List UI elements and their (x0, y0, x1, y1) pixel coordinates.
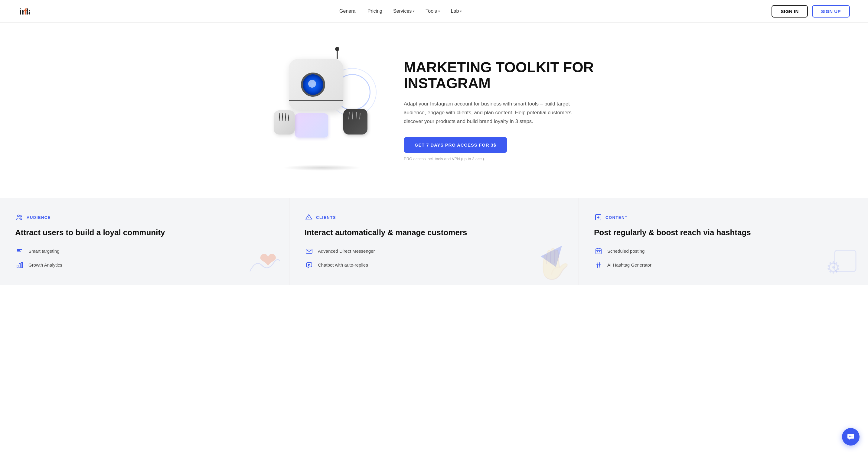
services-chevron-icon: ▾ (413, 9, 415, 13)
svg-rect-17 (17, 265, 18, 268)
hand-right-fingers-icon (343, 109, 368, 134)
navbar: in f lact General Pricing Services ▾ Too… (0, 0, 868, 23)
content-tag-icon (594, 213, 602, 222)
content-icon (595, 214, 602, 221)
svg-point-11 (18, 215, 19, 217)
signin-button[interactable]: SIGN IN (772, 5, 807, 18)
logo[interactable]: in f lact (18, 5, 30, 17)
cta-note: PRO access incl. tools and VPN (up to 3 … (404, 157, 610, 161)
calendar-icon (594, 247, 603, 256)
clients-hand-deco: ✋ (535, 246, 572, 282)
robot-body (289, 59, 343, 110)
feature-item-analytics: Growth Analytics (15, 261, 274, 270)
robot-antenna (337, 50, 338, 59)
robot-illustration (265, 50, 379, 171)
svg-point-35 (599, 252, 600, 252)
feature-item-messenger: Advanced Direct Messenger (305, 247, 563, 256)
analytics-icon (15, 261, 24, 270)
svg-line-8 (352, 111, 353, 120)
svg-point-34 (597, 252, 598, 252)
robot-eye (301, 72, 325, 97)
clients-icon (305, 214, 312, 221)
robot-card (295, 114, 328, 137)
nav-lab[interactable]: Lab ▾ (451, 8, 462, 14)
nav-actions: SIGN IN SIGN UP (772, 5, 850, 18)
hero-image (258, 50, 385, 171)
svg-rect-19 (21, 262, 22, 268)
messenger-icon (305, 247, 314, 256)
lab-chevron-icon: ▾ (460, 9, 462, 13)
hero-description: Adapt your Instagram account for busines… (404, 100, 579, 126)
nav-links: General Pricing Services ▾ Tools ▾ Lab ▾ (339, 8, 462, 14)
logo-icon: in f lact (18, 5, 30, 17)
feature-item-targeting: Smart targeting (15, 247, 274, 256)
clients-items: Advanced Direct Messenger Chatbot with a… (305, 247, 563, 270)
audience-title: Attract users to build a loyal community (15, 228, 274, 237)
content-gear-deco: ⚙ (826, 258, 841, 277)
svg-line-7 (349, 112, 349, 120)
svg-text:lact: lact (26, 7, 30, 16)
robot-stripe (289, 100, 343, 101)
svg-line-6 (288, 115, 289, 121)
content-items: Scheduled posting AI Hashtag Generator (594, 247, 853, 270)
audience-squiggle (247, 253, 283, 279)
nav-tools[interactable]: Tools ▾ (426, 8, 440, 14)
nav-general[interactable]: General (339, 8, 356, 14)
feature-item-chatbot: Chatbot with auto-replies (305, 261, 563, 270)
cta-button[interactable]: GET 7 DAYS PRO ACCESS FOR 3$ (404, 137, 507, 153)
signup-button[interactable]: SIGN UP (812, 5, 850, 18)
nav-services[interactable]: Services ▾ (393, 8, 415, 14)
svg-rect-18 (19, 264, 20, 268)
svg-line-5 (285, 114, 286, 121)
clients-title: Interact automatically & manage customer… (305, 228, 563, 237)
hero-content: MARKETING TOOLKIT FOR INSTAGRAM Adapt yo… (404, 60, 610, 161)
content-title: Post regularly & boost reach via hashtag… (594, 228, 853, 237)
feature-item-scheduling: Scheduled posting (594, 247, 853, 256)
svg-line-10 (360, 113, 360, 120)
feature-content: CONTENT Post regularly & boost reach via… (579, 198, 868, 285)
svg-line-39 (599, 262, 600, 268)
nav-pricing[interactable]: Pricing (368, 8, 382, 14)
audience-tag: AUDIENCE (15, 213, 274, 222)
hashtag-icon (594, 261, 603, 270)
hand-fingers-icon (274, 110, 295, 134)
svg-point-12 (20, 216, 22, 217)
hero-section: MARKETING TOOLKIT FOR INSTAGRAM Adapt yo… (0, 23, 868, 192)
robot-shadow (283, 165, 362, 171)
robot-hand-right (343, 109, 368, 134)
svg-line-4 (282, 113, 283, 121)
audience-items: Smart targeting Growth Analytics (15, 247, 274, 270)
clients-tag: CLIENTS (305, 213, 563, 222)
targeting-icon (15, 247, 24, 256)
feature-clients: CLIENTS Interact automatically & manage … (289, 198, 579, 285)
content-tag: CONTENT (594, 213, 853, 222)
tools-chevron-icon: ▾ (438, 9, 440, 13)
audience-icon (16, 214, 23, 221)
svg-line-9 (356, 112, 356, 120)
hero-title: MARKETING TOOLKIT FOR INSTAGRAM (404, 60, 610, 92)
features-section: AUDIENCE Attract users to build a loyal … (0, 198, 868, 285)
clients-tag-icon (305, 213, 313, 222)
chatbot-icon (305, 261, 314, 270)
svg-line-3 (279, 114, 280, 121)
feature-item-hashtag: AI Hashtag Generator (594, 261, 853, 270)
svg-line-38 (597, 262, 598, 268)
robot-hand-left (274, 110, 295, 134)
audience-tag-icon (15, 213, 24, 222)
feature-audience: AUDIENCE Attract users to build a loyal … (0, 198, 289, 285)
svg-rect-30 (596, 249, 601, 254)
